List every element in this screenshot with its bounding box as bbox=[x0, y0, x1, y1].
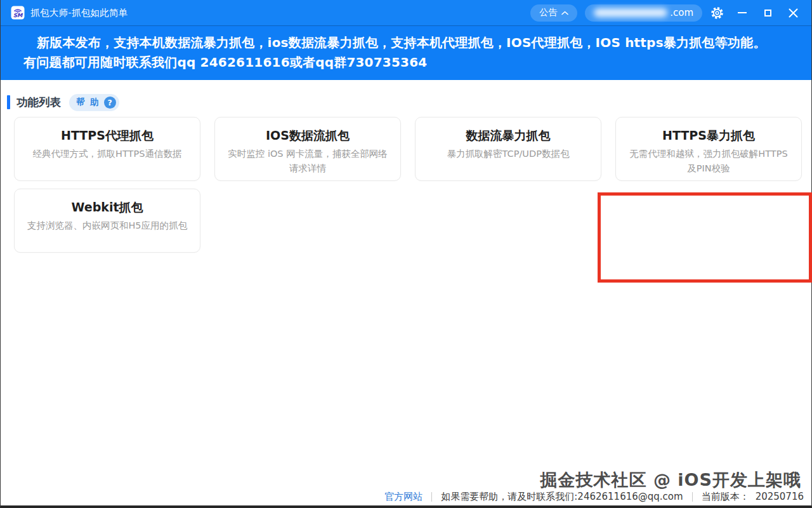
maximize-button[interactable] bbox=[757, 3, 778, 22]
footer-divider bbox=[692, 492, 693, 502]
domain-button[interactable]: .com bbox=[585, 4, 702, 22]
version-info: 当前版本： 20250716 bbox=[702, 491, 804, 503]
feature-card-title: HTTPS代理抓包 bbox=[25, 127, 190, 144]
footer-bar: 官方网站 如果需要帮助，请及时联系我们:2462611616@qq.com 当前… bbox=[384, 488, 804, 505]
app-window: SM 抓包大师-抓包如此简单 公告 .com bbox=[0, 0, 812, 508]
domain-suffix: .com bbox=[670, 7, 693, 18]
help-button[interactable]: 帮 助 ? bbox=[69, 94, 119, 111]
version-label: 当前版本： bbox=[702, 491, 749, 503]
settings-button[interactable] bbox=[706, 3, 728, 22]
feature-card-title: HTTPS暴力抓包 bbox=[626, 127, 791, 144]
feature-card-2[interactable]: IOS数据流抓包 实时监控 iOS 网卡流量，捕获全部网络请求详情 bbox=[214, 117, 401, 181]
redacted-domain-blur bbox=[594, 8, 667, 17]
window-title: 抓包大师-抓包如此简单 bbox=[30, 7, 128, 19]
feature-card-5[interactable]: Webkit抓包 支持浏览器、内嵌网页和H5应用的抓包 bbox=[14, 189, 200, 253]
feature-card-1[interactable]: HTTPS代理抓包 经典代理方式，抓取HTTPS通信数据 bbox=[14, 117, 200, 181]
announcement-text: 新版本发布，支持本机数据流暴力抓包，ios数据流暴力抓包，支持本机代理抓包，IO… bbox=[23, 33, 769, 72]
feature-card-desc: 经典代理方式，抓取HTTPS通信数据 bbox=[25, 147, 190, 161]
feature-card-title: IOS数据流抓包 bbox=[225, 127, 390, 144]
announcement-button[interactable]: 公告 bbox=[530, 4, 577, 22]
footer-divider bbox=[431, 492, 432, 502]
close-icon bbox=[789, 8, 798, 18]
footer-help-text: 如果需要帮助，请及时联系我们:2462611616@qq.com bbox=[441, 491, 683, 503]
feature-card-title: Webkit抓包 bbox=[25, 199, 190, 216]
close-button[interactable] bbox=[782, 3, 804, 22]
chevron-up-icon bbox=[561, 11, 568, 15]
feature-card-title: 数据流暴力抓包 bbox=[426, 127, 591, 144]
help-question-icon: ? bbox=[104, 97, 116, 109]
feature-card-desc: 实时监控 iOS 网卡流量，捕获全部网络请求详情 bbox=[225, 147, 390, 176]
minimize-icon bbox=[738, 12, 747, 13]
feature-card-desc: 支持浏览器、内嵌网页和H5应用的抓包 bbox=[25, 218, 190, 233]
help-label: 帮 助 bbox=[76, 97, 100, 108]
feature-card-4[interactable]: HTTPS暴力抓包 无需代理和越狱，强力抓包破解HTTPS及PIN校验 bbox=[615, 117, 802, 181]
title-bar: SM 抓包大师-抓包如此简单 公告 .com bbox=[1, 0, 811, 25]
section-title: 功能列表 bbox=[16, 95, 61, 110]
announcement-banner: 新版本发布，支持本机数据流暴力抓包，ios数据流暴力抓包，支持本机代理抓包，IO… bbox=[1, 25, 811, 80]
feature-card-desc: 无需代理和越狱，强力抓包破解HTTPS及PIN校验 bbox=[626, 147, 791, 176]
app-logo-icon: SM bbox=[11, 6, 25, 20]
svg-text:SM: SM bbox=[13, 12, 23, 18]
official-site-link[interactable]: 官方网站 bbox=[384, 491, 422, 503]
section-header: 功能列表 帮 助 ? bbox=[1, 80, 811, 113]
gear-icon bbox=[710, 6, 724, 20]
version-value: 20250716 bbox=[756, 491, 804, 502]
section-accent-bar bbox=[7, 95, 10, 109]
minimize-button[interactable] bbox=[731, 3, 753, 22]
main-content: 功能列表 帮 助 ? HTTPS代理抓包 经典代理方式，抓取HTTPS通信数据 … bbox=[1, 80, 811, 505]
announcement-label: 公告 bbox=[539, 7, 557, 18]
cards-grid: HTTPS代理抓包 经典代理方式，抓取HTTPS通信数据 IOS数据流抓包 实时… bbox=[1, 117, 811, 253]
feature-card-3[interactable]: 数据流暴力抓包 暴力抓取解密TCP/UDP数据包 bbox=[415, 117, 601, 181]
maximize-icon bbox=[764, 10, 771, 17]
feature-card-desc: 暴力抓取解密TCP/UDP数据包 bbox=[426, 147, 591, 161]
